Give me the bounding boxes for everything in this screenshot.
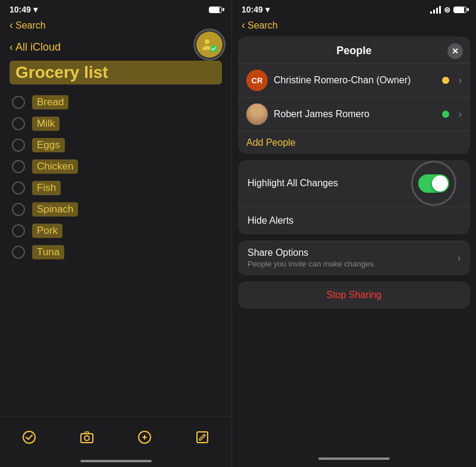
back-label-left: Search: [15, 20, 46, 31]
share-icon-inner: [196, 32, 223, 58]
share-options-subtitle: People you invite can make changes.: [248, 259, 458, 268]
people-list: CR Christine Romero-Chan (Owner) › Rober…: [238, 63, 470, 131]
grocery-item[interactable]: Fish: [12, 177, 220, 199]
check-icon: [22, 430, 36, 444]
person-name-1: Christine Romero-Chan (Owner): [274, 75, 436, 86]
compose-icon: [137, 430, 152, 444]
stop-sharing-section: Stop Sharing: [238, 281, 470, 309]
svg-rect-7: [197, 432, 208, 443]
back-chevron-right: ‹: [242, 19, 245, 32]
settings-section: Highlight All Changes Hide Alerts: [238, 160, 470, 234]
grocery-item[interactable]: Tuna: [12, 242, 220, 263]
grocery-item[interactable]: Eggs: [12, 134, 220, 156]
toggle-outer-ring: [411, 161, 456, 206]
grocery-item[interactable]: Chicken: [12, 156, 220, 177]
back-chevron-left: ‹: [10, 19, 13, 32]
share-options-title: Share Options: [248, 247, 458, 258]
hide-alerts-row: Hide Alerts: [238, 207, 470, 234]
share-options-row[interactable]: Share Options People you invite can make…: [238, 240, 470, 275]
grocery-checkbox[interactable]: [12, 224, 25, 237]
edit-icon: [195, 430, 209, 444]
collaboration-icon: [201, 36, 218, 54]
grocery-text: Milk: [32, 117, 60, 131]
grocery-text: Fish: [32, 181, 61, 195]
camera-icon: [80, 430, 94, 444]
svg-point-5: [84, 436, 89, 441]
person-avatar-rjr: [246, 104, 268, 125]
svg-rect-4: [81, 434, 93, 443]
status-icons-right: ⊜: [430, 5, 466, 14]
grocery-item[interactable]: Pork: [12, 220, 220, 242]
grocery-checkbox[interactable]: [12, 160, 25, 173]
toggle-thumb: [432, 175, 448, 192]
nav-bar-left: ‹ Search: [0, 17, 231, 36]
person-chevron-2: ›: [459, 109, 462, 120]
time-left: 10:49 ▾: [10, 5, 37, 14]
stop-sharing-button[interactable]: Stop Sharing: [238, 281, 470, 309]
grocery-item[interactable]: Bread: [12, 92, 220, 113]
back-button-left[interactable]: ‹ Search: [10, 19, 46, 32]
toolbar: [0, 416, 231, 455]
share-options-chevron: ›: [458, 253, 461, 264]
note-title: Grocery list: [10, 61, 222, 84]
compose-button[interactable]: [131, 424, 158, 450]
battery-icon-left: [209, 7, 222, 13]
toggle-area: [407, 168, 461, 198]
home-indicator-right: [232, 450, 476, 467]
people-close-button[interactable]: ✕: [447, 43, 463, 59]
icloud-chevron: ‹: [10, 41, 13, 54]
grocery-text: Bread: [32, 95, 68, 109]
grocery-checkbox[interactable]: [12, 203, 25, 216]
left-phone: 10:49 ▾ ‹ Search ‹ All iCloud: [0, 0, 232, 467]
signal-bars-icon: [430, 6, 441, 14]
person-row[interactable]: CR Christine Romero-Chan (Owner) ›: [238, 64, 470, 98]
person-name-2: Robert James Romero: [274, 109, 436, 120]
svg-point-1: [211, 39, 215, 44]
grocery-text: Spinach: [32, 202, 78, 217]
toggle-track[interactable]: [418, 174, 449, 193]
grocery-checkbox[interactable]: [12, 96, 25, 109]
home-bar-right: [318, 457, 390, 460]
grocery-checkbox[interactable]: [12, 117, 25, 130]
grocery-checkbox[interactable]: [12, 181, 25, 195]
camera-button[interactable]: [74, 424, 100, 450]
status-icons-left: [209, 7, 222, 13]
time-right: 10:49 ▾: [242, 5, 270, 14]
note-header: ‹ All iCloud: [0, 36, 231, 56]
edit-button[interactable]: [189, 424, 215, 450]
grocery-checkbox[interactable]: [12, 246, 25, 259]
status-bar-left: 10:49 ▾: [0, 0, 231, 17]
share-options-text: Share Options People you invite can make…: [248, 247, 458, 268]
person-avatar-cr: CR: [246, 70, 268, 91]
battery-icon-right: [453, 7, 466, 13]
back-button-right[interactable]: ‹ Search: [242, 19, 466, 32]
svg-point-3: [23, 431, 35, 443]
status-dot-1: [442, 77, 449, 84]
grocery-text: Chicken: [32, 159, 78, 174]
grocery-list: BreadMilkEggsChickenFishSpinachPorkTuna: [0, 92, 231, 416]
grocery-item[interactable]: Spinach: [12, 199, 220, 220]
check-button[interactable]: [16, 424, 42, 450]
people-sheet: People ✕ CR Christine Romero-Chan (Owner…: [238, 36, 470, 154]
grocery-text: Tuna: [32, 245, 64, 259]
all-icloud-button[interactable]: ‹ All iCloud: [10, 41, 61, 54]
highlight-label: Highlight All Changes: [248, 178, 407, 189]
people-header: People ✕: [238, 36, 470, 63]
person-chevron-1: ›: [459, 75, 462, 86]
add-people-button[interactable]: Add People: [238, 131, 470, 154]
share-icon-circle[interactable]: [193, 29, 226, 61]
home-indicator-left: [0, 455, 231, 467]
hide-alerts-label: Hide Alerts: [248, 215, 461, 226]
grocery-checkbox[interactable]: [12, 139, 25, 152]
people-title: People: [336, 45, 371, 57]
back-label-right: Search: [248, 20, 278, 31]
home-bar-left: [80, 460, 152, 462]
person-row-2[interactable]: Robert James Romero ›: [238, 98, 470, 131]
wifi-icon: ⊜: [444, 5, 450, 14]
icloud-label: All iCloud: [15, 41, 61, 54]
highlight-changes-row: Highlight All Changes: [238, 160, 470, 207]
nav-bar-right: ‹ Search: [232, 17, 476, 36]
share-options-section: Share Options People you invite can make…: [238, 240, 470, 275]
grocery-item[interactable]: Milk: [12, 113, 220, 134]
right-phone: 10:49 ▾ ⊜ ‹ Search People ✕: [232, 0, 476, 467]
